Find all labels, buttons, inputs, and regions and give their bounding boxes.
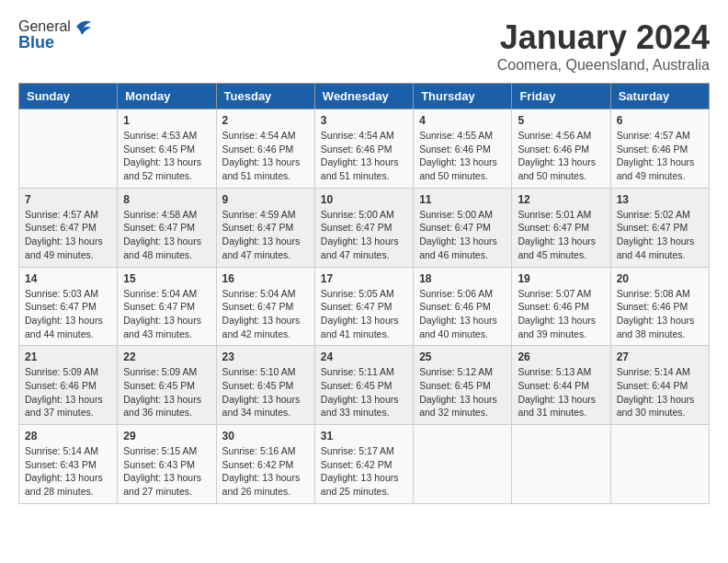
day-content: Sunrise: 4:56 AM Sunset: 6:46 PM Dayligh…: [518, 129, 604, 183]
day-number: 25: [419, 350, 506, 363]
calendar-cell: 28Sunrise: 5:14 AM Sunset: 6:43 PM Dayli…: [19, 425, 118, 504]
day-content: Sunrise: 4:54 AM Sunset: 6:46 PM Dayligh…: [321, 129, 407, 183]
calendar-cell: 22Sunrise: 5:09 AM Sunset: 6:45 PM Dayli…: [118, 346, 216, 425]
logo-blue-text: Blue: [18, 33, 54, 52]
day-number: 3: [321, 114, 407, 127]
day-number: 14: [25, 272, 111, 285]
calendar-cell: 4Sunrise: 4:55 AM Sunset: 6:46 PM Daylig…: [414, 109, 512, 189]
day-number: 26: [518, 350, 604, 363]
calendar-cell: 7Sunrise: 4:57 AM Sunset: 6:47 PM Daylig…: [19, 188, 118, 267]
calendar-cell: 13Sunrise: 5:02 AM Sunset: 6:47 PM Dayli…: [610, 188, 709, 267]
calendar-week-1: 1Sunrise: 4:53 AM Sunset: 6:45 PM Daylig…: [19, 109, 710, 189]
day-content: Sunrise: 4:54 AM Sunset: 6:46 PM Dayligh…: [222, 129, 309, 183]
day-content: Sunrise: 5:05 AM Sunset: 6:47 PM Dayligh…: [321, 287, 407, 341]
day-number: 4: [419, 114, 506, 127]
day-content: Sunrise: 4:57 AM Sunset: 6:47 PM Dayligh…: [25, 208, 111, 262]
day-content: Sunrise: 5:15 AM Sunset: 6:43 PM Dayligh…: [123, 444, 210, 499]
day-header-saturday: Saturday: [610, 84, 709, 109]
calendar-cell: 14Sunrise: 5:03 AM Sunset: 6:47 PM Dayli…: [19, 267, 118, 346]
calendar-cell: 20Sunrise: 5:08 AM Sunset: 6:46 PM Dayli…: [610, 267, 709, 346]
day-content: Sunrise: 5:02 AM Sunset: 6:47 PM Dayligh…: [617, 208, 703, 262]
calendar-cell: 6Sunrise: 4:57 AM Sunset: 6:46 PM Daylig…: [610, 109, 709, 189]
calendar-cell: 16Sunrise: 5:04 AM Sunset: 6:47 PM Dayli…: [216, 267, 314, 346]
calendar-cell: 19Sunrise: 5:07 AM Sunset: 6:46 PM Dayli…: [512, 267, 610, 346]
calendar-cell: 27Sunrise: 5:14 AM Sunset: 6:44 PM Dayli…: [610, 346, 709, 425]
header: General Blue January 2024 Coomera, Queen…: [18, 18, 710, 74]
day-content: Sunrise: 5:00 AM Sunset: 6:47 PM Dayligh…: [419, 208, 506, 262]
calendar-cell: 17Sunrise: 5:05 AM Sunset: 6:47 PM Dayli…: [314, 267, 413, 346]
calendar-body: 1Sunrise: 4:53 AM Sunset: 6:45 PM Daylig…: [19, 109, 710, 504]
calendar-cell: 24Sunrise: 5:11 AM Sunset: 6:45 PM Dayli…: [314, 346, 413, 425]
calendar-cell: 18Sunrise: 5:06 AM Sunset: 6:46 PM Dayli…: [414, 267, 512, 346]
day-number: 23: [222, 350, 309, 363]
day-number: 20: [617, 272, 703, 285]
calendar-cell: 25Sunrise: 5:12 AM Sunset: 6:45 PM Dayli…: [414, 346, 512, 425]
day-number: 17: [321, 272, 407, 285]
day-content: Sunrise: 4:58 AM Sunset: 6:47 PM Dayligh…: [123, 208, 210, 262]
calendar-week-4: 21Sunrise: 5:09 AM Sunset: 6:46 PM Dayli…: [19, 346, 710, 425]
day-content: Sunrise: 5:14 AM Sunset: 6:43 PM Dayligh…: [25, 444, 111, 499]
calendar-cell: [19, 109, 118, 189]
day-content: Sunrise: 4:55 AM Sunset: 6:46 PM Dayligh…: [419, 129, 506, 183]
calendar-cell: 31Sunrise: 5:17 AM Sunset: 6:42 PM Dayli…: [314, 425, 413, 504]
day-number: 13: [617, 193, 703, 206]
day-content: Sunrise: 5:11 AM Sunset: 6:45 PM Dayligh…: [321, 365, 407, 419]
calendar-cell: 1Sunrise: 4:53 AM Sunset: 6:45 PM Daylig…: [118, 109, 216, 189]
calendar-cell: 26Sunrise: 5:13 AM Sunset: 6:44 PM Dayli…: [512, 346, 610, 425]
calendar-cell: 8Sunrise: 4:58 AM Sunset: 6:47 PM Daylig…: [118, 188, 216, 267]
day-number: 9: [222, 193, 309, 206]
calendar-cell: 30Sunrise: 5:16 AM Sunset: 6:42 PM Dayli…: [216, 425, 314, 504]
day-content: Sunrise: 4:57 AM Sunset: 6:46 PM Dayligh…: [617, 129, 703, 183]
calendar-cell: 5Sunrise: 4:56 AM Sunset: 6:46 PM Daylig…: [512, 109, 610, 189]
day-header-thursday: Thursday: [414, 84, 512, 109]
calendar-cell: 10Sunrise: 5:00 AM Sunset: 6:47 PM Dayli…: [314, 188, 413, 267]
logo-icon: [73, 18, 93, 35]
day-content: Sunrise: 5:01 AM Sunset: 6:47 PM Dayligh…: [518, 208, 604, 262]
day-number: 1: [123, 114, 210, 127]
day-number: 21: [25, 350, 111, 363]
day-content: Sunrise: 4:59 AM Sunset: 6:47 PM Dayligh…: [222, 208, 309, 262]
day-content: Sunrise: 5:06 AM Sunset: 6:46 PM Dayligh…: [419, 287, 506, 341]
day-content: Sunrise: 5:17 AM Sunset: 6:42 PM Dayligh…: [321, 444, 407, 499]
calendar-cell: 12Sunrise: 5:01 AM Sunset: 6:47 PM Dayli…: [512, 188, 610, 267]
location: Coomera, Queensland, Australia: [497, 57, 710, 74]
day-number: 31: [321, 430, 407, 442]
day-content: Sunrise: 5:09 AM Sunset: 6:45 PM Dayligh…: [123, 365, 210, 419]
calendar-cell: [610, 425, 709, 504]
day-content: Sunrise: 5:13 AM Sunset: 6:44 PM Dayligh…: [518, 365, 604, 419]
day-number: 5: [518, 114, 604, 127]
calendar-cell: [414, 425, 512, 504]
day-number: 18: [419, 272, 506, 285]
calendar-cell: [512, 425, 610, 504]
calendar-cell: 2Sunrise: 4:54 AM Sunset: 6:46 PM Daylig…: [216, 109, 314, 189]
calendar-cell: 29Sunrise: 5:15 AM Sunset: 6:43 PM Dayli…: [118, 425, 216, 504]
day-number: 30: [222, 430, 309, 442]
day-content: Sunrise: 5:00 AM Sunset: 6:47 PM Dayligh…: [321, 208, 407, 262]
day-number: 2: [222, 114, 309, 127]
day-number: 10: [321, 193, 407, 206]
day-content: Sunrise: 5:07 AM Sunset: 6:46 PM Dayligh…: [518, 287, 604, 341]
day-number: 8: [123, 193, 210, 206]
day-content: Sunrise: 5:14 AM Sunset: 6:44 PM Dayligh…: [617, 365, 703, 419]
day-header-tuesday: Tuesday: [216, 84, 314, 109]
day-content: Sunrise: 5:08 AM Sunset: 6:46 PM Dayligh…: [617, 287, 703, 341]
calendar-cell: 15Sunrise: 5:04 AM Sunset: 6:47 PM Dayli…: [118, 267, 216, 346]
day-content: Sunrise: 5:12 AM Sunset: 6:45 PM Dayligh…: [419, 365, 506, 419]
calendar-cell: 23Sunrise: 5:10 AM Sunset: 6:45 PM Dayli…: [216, 346, 314, 425]
calendar-cell: 21Sunrise: 5:09 AM Sunset: 6:46 PM Dayli…: [19, 346, 118, 425]
day-number: 7: [25, 193, 111, 206]
day-header-sunday: Sunday: [19, 84, 118, 109]
day-content: Sunrise: 5:09 AM Sunset: 6:46 PM Dayligh…: [25, 365, 111, 419]
calendar-week-3: 14Sunrise: 5:03 AM Sunset: 6:47 PM Dayli…: [19, 267, 710, 346]
day-header-wednesday: Wednesday: [314, 84, 413, 109]
day-number: 15: [123, 272, 210, 285]
day-header-friday: Friday: [512, 84, 610, 109]
day-number: 29: [123, 430, 210, 442]
month-title: January 2024: [497, 18, 710, 57]
day-number: 11: [419, 193, 506, 206]
logo: General Blue: [18, 18, 95, 52]
day-number: 19: [518, 272, 604, 285]
calendar-cell: 11Sunrise: 5:00 AM Sunset: 6:47 PM Dayli…: [414, 188, 512, 267]
title-area: January 2024 Coomera, Queensland, Austra…: [497, 18, 710, 74]
day-content: Sunrise: 5:03 AM Sunset: 6:47 PM Dayligh…: [25, 287, 111, 341]
